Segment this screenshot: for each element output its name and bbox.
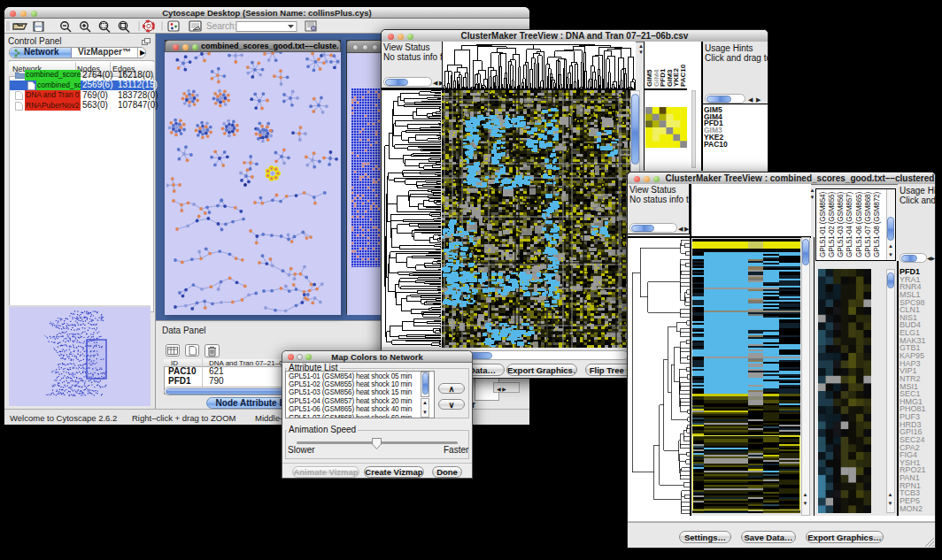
svg-text:Search:: Search: [206,21,236,31]
